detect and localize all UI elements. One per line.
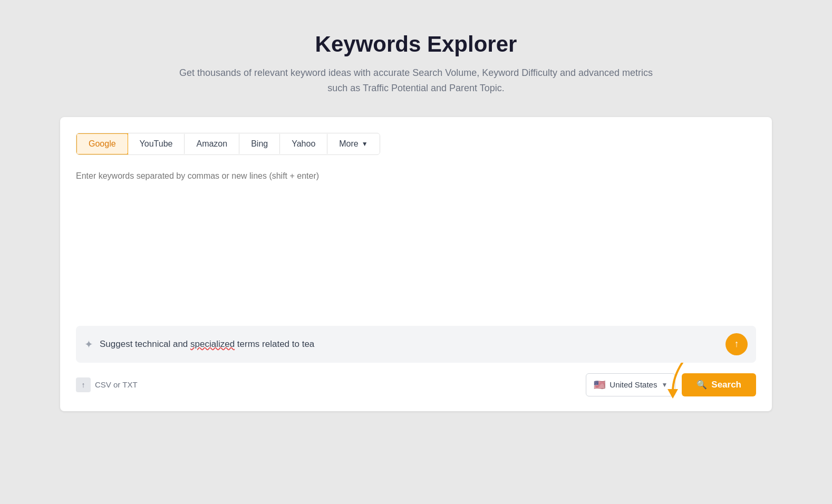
tab-bing[interactable]: Bing <box>239 134 280 154</box>
tab-amazon[interactable]: Amazon <box>185 134 239 154</box>
page-header: Keywords Explorer Get thousands of relev… <box>179 32 653 96</box>
tab-more[interactable]: More ▼ <box>327 134 379 154</box>
main-card: Google YouTube Amazon Bing Yahoo More ▼ … <box>60 117 772 411</box>
ai-sparkle-icon: ✦ <box>84 338 93 351</box>
tab-google[interactable]: Google <box>76 133 129 155</box>
tab-youtube[interactable]: YouTube <box>128 134 185 154</box>
upload-icon: ↑ <box>76 377 91 392</box>
page-title: Keywords Explorer <box>179 32 653 57</box>
arrow-up-icon: ↑ <box>734 338 739 350</box>
keyword-input[interactable] <box>76 168 756 315</box>
ai-suggest-container: ✦ Suggest technical and specialized term… <box>76 326 756 363</box>
ai-suggest-text: Suggest technical and specialized terms … <box>100 339 725 350</box>
tab-bar: Google YouTube Amazon Bing Yahoo More ▼ <box>76 133 380 155</box>
csv-upload[interactable]: ↑ CSV or TXT <box>76 377 138 392</box>
csv-label: CSV or TXT <box>95 380 138 389</box>
ai-submit-button[interactable]: ↑ <box>725 333 748 355</box>
page-subtitle: Get thousands of relevant keyword ideas … <box>179 65 653 96</box>
tab-yahoo[interactable]: Yahoo <box>280 134 327 154</box>
more-chevron-icon: ▼ <box>362 140 368 148</box>
ai-suggest-bar: ✦ Suggest technical and specialized term… <box>76 326 756 363</box>
flag-icon: 🇺🇸 <box>594 379 605 391</box>
svg-marker-0 <box>667 389 678 399</box>
